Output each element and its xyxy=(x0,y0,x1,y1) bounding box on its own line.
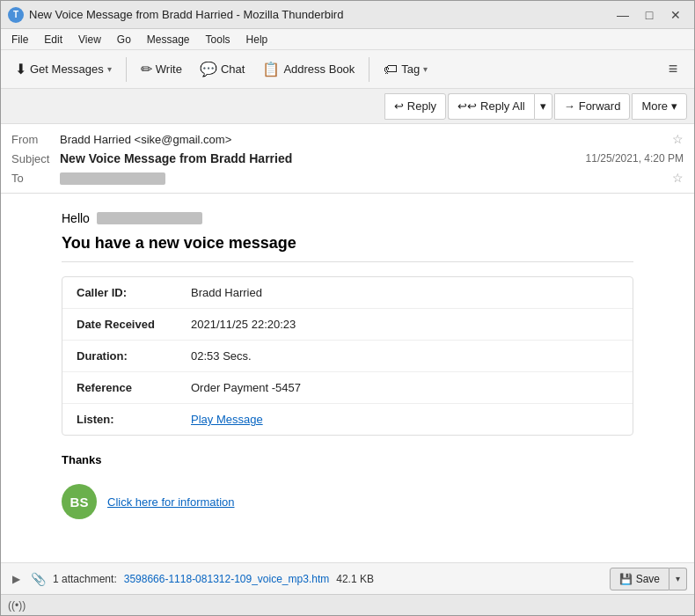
sender-avatar: BS xyxy=(62,484,97,519)
subject-label: Subject xyxy=(11,152,60,165)
email-header: From Bradd Harried <sike@gmail.com> ☆ Su… xyxy=(1,124,694,194)
table-row-reference: Reference Order Payment -5457 xyxy=(62,372,633,404)
signal-icon: ((•)) xyxy=(8,599,26,612)
reply-all-label: Reply All xyxy=(480,99,525,113)
main-window: T New Voice Message from Bradd Harried -… xyxy=(0,0,695,616)
email-content: Hello You have a new voice message Calle… xyxy=(62,211,633,519)
reply-icon: ↩ xyxy=(394,99,404,113)
tag-icon: 🏷 xyxy=(384,62,398,77)
play-message-link[interactable]: Play Message xyxy=(191,413,263,426)
tag-label: Tag xyxy=(401,62,420,76)
attachment-icon: 📎 xyxy=(31,572,46,586)
toolbar-menu-button[interactable]: ≡ xyxy=(659,55,687,84)
maximize-button[interactable]: □ xyxy=(638,6,661,24)
toolbar-sep-2 xyxy=(369,57,369,82)
forward-button[interactable]: → Forward xyxy=(554,93,631,120)
reply-button[interactable]: ↩ Reply xyxy=(384,93,446,120)
more-label: More xyxy=(641,99,668,113)
reply-group: ↩ Reply xyxy=(384,93,446,120)
to-row: To ☆ xyxy=(11,168,684,187)
save-icon: 💾 xyxy=(619,573,633,585)
reply-label: Reply xyxy=(407,99,436,113)
menu-bar: File Edit View Go Message Tools Help xyxy=(1,29,694,50)
get-messages-icon: ⬇ xyxy=(15,61,26,77)
attachment-filename[interactable]: 3598666-1118-081312-109_voice_mp3.htm xyxy=(124,573,330,585)
duration-label: Duration: xyxy=(77,349,191,363)
window-controls: — □ ✕ xyxy=(611,6,687,24)
write-icon: ✏ xyxy=(141,61,152,77)
thanks-text: Thanks xyxy=(62,453,633,466)
greeting-line: Hello xyxy=(62,211,633,225)
to-label: To xyxy=(11,172,60,185)
table-row-duration: Duration: 02:53 Secs. xyxy=(62,341,633,372)
save-dropdown-button[interactable]: ▾ xyxy=(669,568,687,590)
forward-label: Forward xyxy=(579,99,621,113)
reference-value: Order Payment -5457 xyxy=(191,381,301,394)
to-star-icon[interactable]: ☆ xyxy=(672,171,684,185)
table-row-listen: Listen: Play Message xyxy=(62,404,633,435)
reference-label: Reference xyxy=(77,381,191,394)
toolbar-sep-1 xyxy=(126,57,127,82)
sender-info-link[interactable]: Click here for information xyxy=(107,495,235,509)
address-book-label: Address Book xyxy=(283,62,355,76)
forward-group: → Forward xyxy=(554,93,631,120)
menu-file[interactable]: File xyxy=(4,32,35,48)
get-messages-dropdown-arrow: ▾ xyxy=(107,64,112,74)
chat-icon: 💬 xyxy=(200,61,217,77)
to-value xyxy=(60,171,667,185)
from-label: From xyxy=(11,133,60,146)
duration-value: 02:53 Secs. xyxy=(191,349,252,363)
title-bar: T New Voice Message from Bradd Harried -… xyxy=(1,1,694,29)
window-title: New Voice Message from Bradd Harried - M… xyxy=(29,8,611,21)
menu-tools[interactable]: Tools xyxy=(199,32,238,48)
menu-edit[interactable]: Edit xyxy=(37,32,70,48)
to-redacted xyxy=(60,172,165,185)
tag-button[interactable]: 🏷 Tag ▾ xyxy=(377,55,435,84)
attachment-size: 42.1 KB xyxy=(336,573,374,585)
forward-icon: → xyxy=(564,99,575,113)
more-group: More ▾ xyxy=(632,93,687,120)
from-row: From Bradd Harried <sike@gmail.com> ☆ xyxy=(11,129,684,149)
save-label: Save xyxy=(636,573,660,585)
more-dropdown-arrow: ▾ xyxy=(671,99,677,113)
table-row-date: Date Received 2021/11/25 22:20:23 xyxy=(62,309,633,341)
from-star-icon[interactable]: ☆ xyxy=(672,132,684,146)
get-messages-label: Get Messages xyxy=(30,62,104,76)
action-bar: ↩ Reply ↩↩ Reply All ▾ → Forward More ▾ xyxy=(1,89,694,124)
greeting-text: Hello xyxy=(62,211,90,225)
sender-block: BS Click here for information xyxy=(62,484,633,519)
chat-button[interactable]: 💬 Chat xyxy=(193,55,252,84)
menu-message[interactable]: Message xyxy=(140,32,197,48)
listen-label: Listen: xyxy=(77,413,191,426)
close-button[interactable]: ✕ xyxy=(664,6,687,24)
app-icon: T xyxy=(8,7,24,23)
save-button[interactable]: 💾 Save xyxy=(610,568,669,590)
attachment-bar: ▶ 📎 1 attachment: 3598666-1118-081312-10… xyxy=(1,562,694,594)
voice-message-title: You have a new voice message xyxy=(62,234,633,262)
caller-id-value: Bradd Harried xyxy=(191,286,262,299)
address-book-button[interactable]: 📋 Address Book xyxy=(255,55,362,84)
email-body: JSK.COM Hello You have a new voice messa… xyxy=(1,194,694,562)
status-bar: ((•)) xyxy=(1,594,694,615)
save-btn-group: 💾 Save ▾ xyxy=(610,568,687,590)
minimize-button[interactable]: — xyxy=(611,6,634,24)
attachment-expand-button[interactable]: ▶ xyxy=(8,571,24,587)
message-table: Caller ID: Bradd Harried Date Received 2… xyxy=(62,276,633,436)
email-date: 11/25/2021, 4:20 PM xyxy=(586,152,684,165)
write-button[interactable]: ✏ Write xyxy=(134,55,189,84)
tag-dropdown-arrow: ▾ xyxy=(423,64,428,74)
menu-help[interactable]: Help xyxy=(239,32,275,48)
menu-go[interactable]: Go xyxy=(110,32,138,48)
table-row-caller-id: Caller ID: Bradd Harried xyxy=(62,277,633,309)
get-messages-button[interactable]: ⬇ Get Messages ▾ xyxy=(8,55,119,84)
chat-label: Chat xyxy=(221,62,245,76)
reply-all-icon: ↩↩ xyxy=(457,99,477,113)
menu-view[interactable]: View xyxy=(71,32,108,48)
date-received-value: 2021/11/25 22:20:23 xyxy=(191,318,296,331)
subject-value: New Voice Message from Bradd Harried xyxy=(60,151,586,165)
reply-all-dropdown-button[interactable]: ▾ xyxy=(534,93,552,120)
more-button[interactable]: More ▾ xyxy=(632,93,687,120)
reply-all-button[interactable]: ↩↩ Reply All xyxy=(448,93,534,120)
subject-row: Subject New Voice Message from Bradd Har… xyxy=(11,149,684,168)
address-book-icon: 📋 xyxy=(262,61,280,77)
